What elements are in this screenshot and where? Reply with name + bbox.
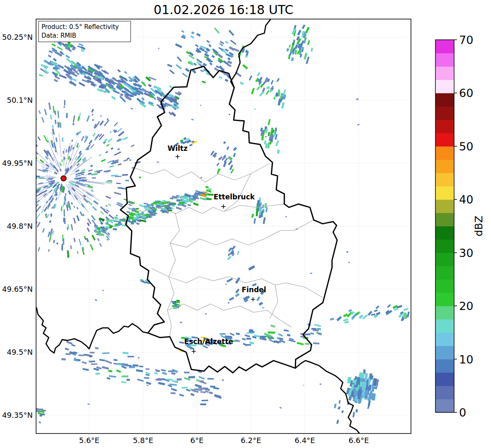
colorbar-unit-label: dBZ	[473, 216, 485, 236]
radar-clutter-spoke	[65, 196, 66, 208]
radar-echo	[13, 185, 19, 188]
radar-echo	[10, 180, 12, 182]
radar-echo	[235, 293, 240, 297]
colorbar-tick-label: 20	[459, 300, 473, 312]
radar-echo	[13, 216, 18, 220]
radar-echo	[202, 400, 208, 401]
colorbar-segment	[435, 253, 454, 266]
radar-echo	[236, 333, 240, 335]
radar-echo	[129, 159, 131, 161]
radar-echo	[73, 123, 75, 125]
radar-echo	[56, 242, 58, 245]
radar-echo	[81, 174, 84, 175]
radar-echo	[102, 227, 105, 229]
radar-echo	[82, 361, 87, 364]
radar-echo	[287, 334, 291, 337]
radar-echo	[92, 114, 93, 116]
radar-echo	[144, 377, 149, 378]
x-tick-label: 6.6°E	[349, 436, 369, 445]
radar-echo	[49, 235, 51, 242]
radar-echo	[139, 177, 141, 178]
y-tick-label: 49.8°N	[7, 222, 33, 230]
radar-echo	[189, 144, 192, 146]
radar-echo	[114, 192, 121, 195]
radar-echo	[91, 363, 97, 365]
city-marker-icon	[192, 349, 196, 354]
radar-echo	[223, 162, 226, 167]
radar-echo	[46, 214, 49, 218]
radar-echo	[126, 211, 130, 213]
radar-echo	[44, 135, 47, 142]
radar-echo	[105, 205, 107, 207]
radar-echo	[88, 169, 93, 172]
radar-echo	[92, 206, 97, 211]
radar-echo	[71, 202, 73, 205]
radar-echo	[118, 131, 124, 136]
radar-echo	[15, 116, 20, 122]
radar-echo	[48, 232, 50, 237]
radar-echo	[95, 231, 99, 233]
radar-echo	[122, 174, 128, 176]
radar-echo	[343, 313, 348, 317]
radar-echo	[77, 70, 78, 72]
radar-echo	[148, 84, 152, 87]
radar-echo	[78, 355, 84, 356]
radar-echo	[227, 256, 231, 260]
data-source-line: Data: RMIB	[41, 32, 76, 39]
radar-echo	[66, 55, 70, 59]
radar-echo	[113, 90, 120, 94]
radar-echo	[265, 136, 267, 138]
radar-echo	[31, 135, 34, 138]
radar-echo	[84, 236, 86, 240]
radar-echo	[271, 128, 274, 135]
colorbar-segment	[435, 93, 454, 107]
radar-echo	[362, 314, 368, 320]
radar-echo	[76, 145, 78, 148]
radar-echo	[184, 203, 187, 204]
radar-echo	[121, 381, 127, 383]
radar-echo	[110, 131, 112, 133]
radar-echo	[191, 119, 194, 121]
radar-echo	[29, 130, 34, 136]
radar-echo	[0, 190, 1, 192]
radar-echo	[17, 193, 21, 196]
radar-echo	[86, 115, 90, 121]
radar-clutter-spoke	[26, 185, 46, 193]
radar-echo	[114, 151, 122, 155]
radar-echo	[49, 102, 51, 110]
radar-echo	[114, 122, 118, 126]
radar-echo	[116, 183, 121, 184]
radar-echo	[166, 379, 173, 380]
radar-echo	[79, 239, 81, 245]
radar-echo	[2, 204, 4, 206]
echo-layer	[0, 24, 410, 424]
radar-echo	[339, 400, 341, 404]
radar-echo	[251, 214, 254, 218]
radar-echo	[10, 177, 12, 179]
radar-echo	[220, 333, 226, 335]
radar-echo	[313, 342, 319, 344]
radar-echo	[19, 196, 25, 200]
x-axis-tick-labels: 5.6°E5.8°E6°E6.2°E6.4°E6.6°E	[79, 436, 369, 445]
radar-echo	[68, 156, 70, 160]
radar-echo	[208, 44, 211, 47]
radar-echo	[304, 53, 307, 60]
radar-echo	[284, 329, 289, 332]
border-france_germany	[295, 361, 362, 436]
radar-echo	[64, 100, 65, 105]
radar-echo	[91, 109, 94, 113]
radar-echo	[52, 44, 56, 47]
radar-echo	[90, 352, 95, 354]
radar-echo	[146, 368, 149, 370]
radar-echo	[357, 124, 360, 126]
radar-echo	[0, 143, 2, 148]
radar-echo	[305, 343, 309, 345]
radar-clutter-spoke	[39, 178, 53, 179]
radar-echo	[190, 35, 194, 39]
radar-echo	[259, 302, 263, 305]
colorbar-segment	[435, 240, 454, 253]
x-tick-label: 6.2°E	[241, 436, 261, 445]
radar-echo	[65, 193, 66, 196]
radar-echo	[396, 305, 402, 309]
radar-site-marker	[61, 176, 66, 181]
